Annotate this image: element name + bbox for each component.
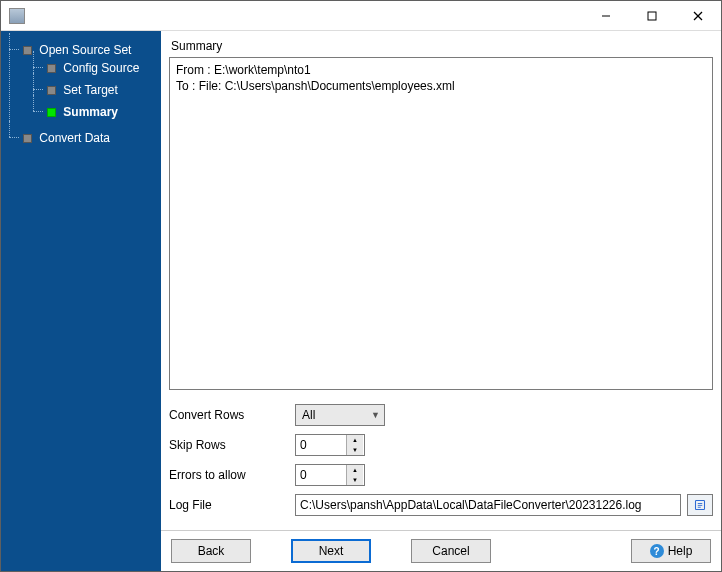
node-box-icon	[23, 134, 32, 143]
close-icon	[693, 11, 703, 21]
node-box-icon	[47, 64, 56, 73]
maximize-button[interactable]	[629, 1, 675, 31]
step-convert-data[interactable]: Convert Data	[9, 127, 155, 149]
skip-rows-label: Skip Rows	[169, 438, 289, 452]
step-label: Config Source	[63, 61, 139, 75]
spin-up-button[interactable]: ▲	[347, 435, 363, 445]
options-form: Convert Rows All ▼ Skip Rows ▲ ▼	[169, 404, 713, 524]
document-icon	[694, 498, 706, 512]
chevron-down-icon: ▼	[371, 410, 380, 420]
convert-rows-value: All	[302, 408, 315, 422]
node-box-icon	[47, 86, 56, 95]
step-label: Convert Data	[39, 131, 110, 145]
wizard-steps-sidebar: Open Source Set Config Source Set Target	[1, 31, 161, 571]
log-file-browse-button[interactable]	[687, 494, 713, 516]
step-summary[interactable]: Summary	[33, 101, 155, 123]
summary-textarea[interactable]: From : E:\work\temp\nto1 To : File: C:\U…	[169, 57, 713, 390]
skip-rows-input[interactable]	[296, 435, 346, 455]
wizard-window: Open Source Set Config Source Set Target	[0, 0, 722, 572]
maximize-icon	[647, 11, 657, 21]
spin-down-button[interactable]: ▼	[347, 445, 363, 455]
minimize-button[interactable]	[583, 1, 629, 31]
titlebar	[1, 1, 721, 31]
spin-up-button[interactable]: ▲	[347, 465, 363, 475]
log-file-label: Log File	[169, 498, 289, 512]
svg-rect-1	[648, 12, 656, 20]
node-box-icon	[47, 108, 56, 117]
main-panel: Summary From : E:\work\temp\nto1 To : Fi…	[161, 31, 721, 571]
page-title: Summary	[169, 37, 713, 57]
step-open-source-set[interactable]: Open Source Set Config Source Set Target	[9, 39, 155, 127]
step-config-source[interactable]: Config Source	[33, 57, 155, 79]
back-button[interactable]: Back	[171, 539, 251, 563]
convert-rows-label: Convert Rows	[169, 408, 289, 422]
step-label: Set Target	[63, 83, 117, 97]
convert-rows-select[interactable]: All ▼	[295, 404, 385, 426]
skip-rows-stepper[interactable]: ▲ ▼	[295, 434, 365, 456]
node-box-icon	[23, 46, 32, 55]
errors-allow-input[interactable]	[296, 465, 346, 485]
help-label: Help	[668, 544, 693, 558]
wizard-footer: Back Next Cancel ? Help	[169, 539, 713, 563]
step-label: Summary	[63, 105, 118, 119]
log-file-input[interactable]	[295, 494, 681, 516]
next-button[interactable]: Next	[291, 539, 371, 563]
spin-down-button[interactable]: ▼	[347, 475, 363, 485]
step-label: Open Source Set	[39, 43, 131, 57]
errors-allow-stepper[interactable]: ▲ ▼	[295, 464, 365, 486]
step-set-target[interactable]: Set Target	[33, 79, 155, 101]
minimize-icon	[601, 11, 611, 21]
close-button[interactable]	[675, 1, 721, 31]
help-icon: ?	[650, 544, 664, 558]
help-button[interactable]: ? Help	[631, 539, 711, 563]
cancel-button[interactable]: Cancel	[411, 539, 491, 563]
app-icon	[9, 8, 25, 24]
errors-allow-label: Errors to allow	[169, 468, 289, 482]
